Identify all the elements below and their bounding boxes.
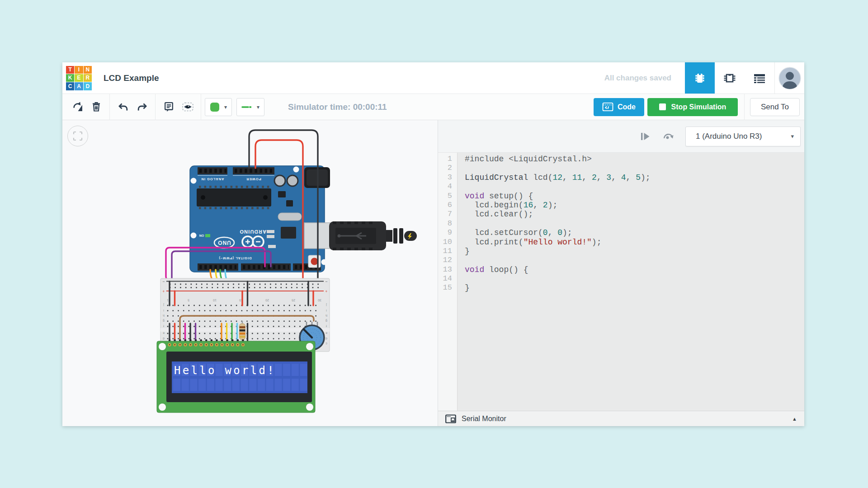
code-line[interactable]: 10 lcd.print("Hello world!"); (438, 238, 804, 247)
send-to-button[interactable]: Send To (750, 98, 800, 116)
document-title[interactable]: LCD Example (104, 73, 159, 83)
code-line[interactable]: 15} (438, 283, 804, 292)
chevron-down-icon: ▾ (224, 104, 227, 110)
usb-cable[interactable] (304, 221, 417, 250)
user-menu[interactable] (774, 62, 804, 94)
code-panel: 1 (Arduino Uno R3) ▾ 1#include <LiquidCr… (438, 120, 804, 426)
rail-plus-label: + (325, 289, 327, 294)
logo-tile: R (84, 74, 92, 82)
logo-tile: A (75, 82, 83, 90)
wire-type-dropdown[interactable]: ▾ (236, 98, 264, 116)
logo-tile: K (66, 74, 74, 82)
column-number: 20 (265, 299, 269, 302)
redo-button[interactable] (132, 98, 151, 116)
digital-label: DIGITAL (PWM~) (218, 256, 251, 260)
code-line[interactable]: 3LiquidCrystal lcd(12, 11, 2, 3, 4, 5); (438, 173, 804, 182)
row-letter: d (326, 337, 327, 340)
line-number: 4 (438, 182, 455, 191)
logo-tile: N (84, 66, 92, 74)
serial-monitor-bar[interactable]: Serial Monitor ▲ (438, 411, 804, 426)
code-line[interactable]: 11} (438, 247, 804, 256)
code-line[interactable]: 14 (438, 274, 804, 283)
code-line[interactable]: 2 (438, 164, 804, 173)
arduino-brand-label: ARDUINO (239, 229, 266, 235)
power-label: POWER (246, 177, 261, 181)
delete-button[interactable] (87, 98, 106, 116)
logo-tile: I (75, 66, 83, 74)
logo-tile: C (66, 82, 74, 90)
line-number: 10 (438, 238, 455, 247)
code-button[interactable]: Code (594, 98, 644, 116)
app-window: T I N K E R C A D LCD Example All change… (62, 62, 804, 426)
step-button[interactable] (639, 131, 651, 142)
divider (201, 94, 201, 120)
code-icon (602, 102, 613, 112)
rail-minus-label: − (162, 279, 165, 284)
code-line[interactable]: 13void loop() { (438, 265, 804, 274)
uno-model-label: UNO (217, 239, 231, 246)
line-number: 5 (438, 192, 455, 201)
row-letter: c (326, 342, 327, 345)
schematic-view-button[interactable] (715, 62, 745, 94)
main-content: ANALOG IN POWER (62, 120, 804, 426)
stop-button-label: Stop Simulation (671, 103, 726, 111)
component-color-dropdown[interactable]: ▾ (205, 98, 232, 116)
line-number: 1 (438, 155, 455, 164)
visibility-button[interactable] (178, 98, 197, 116)
row-letter: j (163, 303, 165, 307)
row-letter: h (163, 314, 165, 317)
stop-simulation-button[interactable]: Stop Simulation (647, 98, 738, 116)
save-status: All changes saved (604, 74, 671, 83)
row-letter: e (163, 332, 165, 335)
simulator-time: Simulator time: 00:00:11 (288, 102, 387, 112)
color-swatch-icon (210, 102, 220, 112)
components-view-button[interactable] (685, 62, 715, 94)
rotate-button[interactable] (68, 98, 87, 116)
column-number: 30 (318, 299, 321, 302)
rail-minus-label: − (325, 279, 327, 284)
code-line[interactable]: 6 lcd.begin(16, 2); (438, 201, 804, 210)
divider (155, 94, 156, 120)
lcd-module[interactable]: Hello world! (157, 340, 315, 413)
circuit-canvas[interactable]: ANALOG IN POWER (62, 120, 438, 426)
line-number: 8 (438, 219, 455, 228)
on-led-label: ON (199, 234, 204, 237)
board-selector-dropdown[interactable]: 1 (Arduino Uno R3) ▾ (685, 127, 801, 146)
send-to-label: Send To (761, 103, 789, 112)
line-number: 12 (438, 256, 455, 265)
code-line[interactable]: 1#include <LiquidCrystal.h> (438, 155, 804, 164)
code-line[interactable]: 5void setup() { (438, 192, 804, 201)
serial-monitor-icon (445, 414, 456, 423)
row-letter: g (163, 319, 165, 323)
component-list-button[interactable] (745, 62, 774, 94)
row-letter: f (163, 324, 164, 328)
tinkercad-logo[interactable]: T I N K E R C A D (66, 66, 92, 90)
column-number: 25 (292, 299, 295, 302)
line-number: 13 (438, 265, 455, 274)
table-icon (753, 73, 766, 84)
debugger-button[interactable] (662, 131, 675, 142)
line-number: 15 (438, 283, 455, 292)
row-letter: d (163, 337, 165, 340)
row-letter: h (326, 314, 327, 317)
arduino-uno-board[interactable]: ANALOG IN POWER (190, 166, 330, 272)
eye-icon (182, 101, 194, 113)
column-number: 1 (167, 299, 169, 302)
notes-button[interactable] (159, 98, 178, 116)
circuit-drawing: ANALOG IN POWER (62, 120, 438, 426)
analog-in-label: ANALOG IN (201, 177, 224, 181)
code-line[interactable]: 8 (438, 219, 804, 228)
chip-icon (693, 72, 707, 84)
code-line[interactable]: 9 lcd.setCursor(0, 0); (438, 228, 804, 237)
undo-button[interactable] (113, 98, 132, 116)
code-line[interactable]: 12 (438, 256, 804, 265)
code-editor[interactable]: 1#include <LiquidCrystal.h>23LiquidCryst… (438, 153, 804, 411)
toolbar: ▾ ▾ Simulator time: 00:00:11 Code (62, 94, 804, 120)
code-line[interactable]: 7 lcd.clear(); (438, 210, 804, 219)
code-line[interactable]: 4 (438, 182, 804, 191)
line-number: 14 (438, 274, 455, 283)
line-number: 7 (438, 210, 455, 219)
resistor[interactable] (240, 321, 245, 343)
line-number: 9 (438, 228, 455, 237)
app-header: T I N K E R C A D LCD Example All change… (62, 62, 804, 94)
